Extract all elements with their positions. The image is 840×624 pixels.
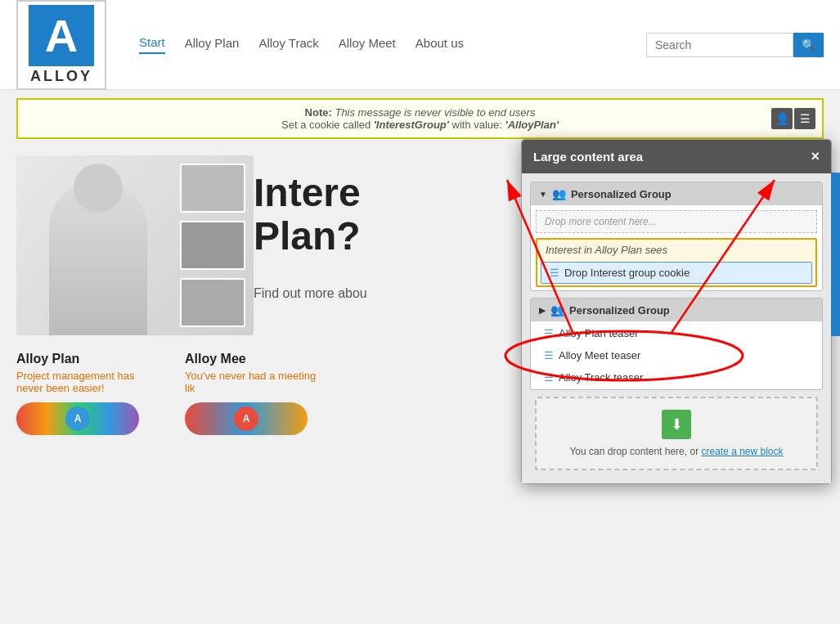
drop-download-icon: ⬇ (662, 410, 691, 439)
alloy-meet-teaser-label: Alloy Meet teaser (559, 349, 640, 361)
alloy-plan-teaser-icon: ☰ (544, 327, 554, 339)
drop-zone-1-text: Drop more content here... (545, 216, 657, 227)
alloy-meet-teaser-icon: ☰ (544, 349, 554, 361)
group2-person-icon: 👥 (550, 303, 564, 316)
panel-group-2: ▶ 👥 Personalized Group ☰ Alloy Plan teas… (530, 298, 823, 390)
alloy-plan-teaser-item[interactable]: ☰ Alloy Plan teaser (536, 323, 817, 343)
drop-zone-1[interactable]: Drop more content here... (536, 210, 817, 233)
nav-alloy-track[interactable]: Alloy Track (258, 36, 318, 53)
create-new-block-link[interactable]: create a new block (701, 446, 783, 457)
notice-cookie-value: 'AlloyPlan' (505, 119, 559, 131)
logo: A ALLOY (16, 0, 106, 90)
alloy-plan-desc: Project management has never been easier… (16, 370, 155, 394)
logo-name: ALLOY (30, 68, 92, 85)
panel-title: Large content area (533, 150, 643, 164)
search-button[interactable]: 🔍 (793, 33, 824, 57)
main-nav: Start Alloy Plan Alloy Track Alloy Meet … (139, 35, 646, 54)
alloy-meet-title: Alloy Mee (185, 352, 324, 366)
alloy-meet-teaser-item[interactable]: ☰ Alloy Meet teaser (536, 345, 817, 366)
panel-header: Large content area × (522, 140, 831, 173)
header: A ALLOY Start Alloy Plan Alloy Track All… (0, 0, 840, 90)
interest-label: Interest in Alloy Plan sees (546, 244, 667, 256)
panel-group-2-header[interactable]: ▶ 👥 Personalized Group (531, 299, 822, 321)
panel-close-button[interactable]: × (811, 148, 820, 165)
notice-cookie-name: 'InterestGroup' (374, 119, 449, 131)
nav-alloy-meet[interactable]: Alloy Meet (339, 36, 396, 53)
panel-group-1-header[interactable]: ▼ 👥 Personalized Group (531, 182, 822, 205)
search-icon: 🔍 (802, 38, 815, 52)
notice-with: with value: (452, 119, 505, 131)
notice-note-label: Note: (305, 106, 332, 119)
notice-person-icon[interactable]: 👤 (771, 108, 793, 129)
product-alloy-plan: Alloy Plan Project management has never … (16, 352, 155, 435)
alloy-track-teaser-icon: ☰ (544, 371, 554, 384)
alloy-track-teaser-item[interactable]: ☰ Alloy Track teaser (536, 367, 817, 388)
search-area: 🔍 (646, 33, 824, 57)
nav-start[interactable]: Start (139, 35, 165, 54)
nav-about-us[interactable]: About us (416, 36, 464, 53)
notice-bar: Note: This message is never visible to e… (16, 98, 824, 139)
hero-image (16, 155, 254, 335)
cookie-item-label: Drop Interest group cookie (564, 267, 690, 279)
group2-arrow-icon: ▶ (539, 306, 546, 315)
notice-text: This message is never visible to end use… (335, 106, 535, 119)
panel-group-2-label: Personalized Group (569, 304, 670, 316)
drop-text: You can drop content here, or create a n… (548, 446, 805, 457)
drop-text-label: You can drop content here, or (569, 446, 701, 457)
panel-scrollbar[interactable] (831, 173, 840, 336)
alloy-plan-title: Alloy Plan (16, 352, 155, 366)
hero-subtitle: Find out more abou (254, 286, 367, 301)
alloy-meet-desc: You've never had a meeting lik (185, 370, 324, 394)
panel-group-1: ▼ 👥 Personalized Group Drop more content… (530, 182, 823, 291)
nav-alloy-plan[interactable]: Alloy Plan (185, 36, 240, 53)
notice-icons: 👤 ☰ (771, 108, 815, 129)
interest-group: Interest in Alloy Plan sees ☰ Drop Inter… (536, 238, 817, 287)
search-input[interactable] (646, 33, 793, 57)
panel-group-1-label: Personalized Group (571, 188, 672, 200)
cookie-item-icon: ☰ (550, 267, 559, 279)
notice-menu-icon[interactable]: ☰ (794, 108, 815, 129)
drop-interest-cookie-item[interactable]: ☰ Drop Interest group cookie (541, 262, 812, 284)
group1-arrow-icon: ▼ (539, 190, 547, 199)
drop-area-bottom[interactable]: ⬇ You can drop content here, or create a… (535, 397, 818, 470)
logo-letter: A (29, 5, 94, 66)
content-panel: Large content area × ▼ 👥 Personalized Gr… (521, 139, 832, 484)
alloy-plan-teaser-label: Alloy Plan teaser (559, 327, 639, 339)
group1-person-icon: 👥 (552, 187, 566, 200)
interest-in-alloy-item[interactable]: Interest in Alloy Plan sees (537, 240, 815, 260)
alloy-track-teaser-label: Alloy Track teaser (559, 371, 643, 384)
main-content: InterePlan? Find out more abou Alloy Pla… (0, 139, 840, 451)
product-alloy-meet: Alloy Mee You've never had a meeting lik… (185, 352, 324, 435)
notice-cookie-text: Set a cookie called (281, 119, 374, 131)
panel-body: ▼ 👥 Personalized Group Drop more content… (522, 173, 831, 483)
